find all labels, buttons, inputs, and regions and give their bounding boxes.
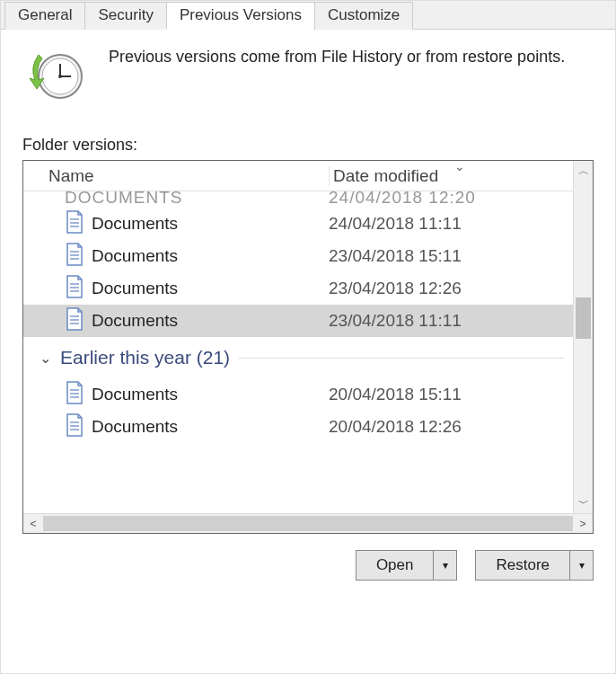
scroll-thumb[interactable] — [43, 516, 573, 531]
list-item-name: Documents — [92, 385, 329, 404]
scroll-right-arrow-icon[interactable]: > — [573, 514, 593, 533]
document-icon — [65, 413, 92, 441]
tab-general[interactable]: General — [4, 2, 85, 30]
versions-list: Name Date modified ⌄ Documents 24/04/201… — [22, 160, 594, 534]
restore-button-label[interactable]: Restore — [476, 551, 569, 580]
list-item[interactable]: Documents 20/04/2018 15:11 — [23, 378, 573, 411]
column-header-date[interactable]: Date modified — [329, 166, 573, 186]
list-item-date: 24/04/2018 11:11 — [329, 214, 462, 234]
column-header-name[interactable]: Name — [23, 166, 329, 186]
restore-button[interactable]: Restore ▾ — [475, 550, 594, 581]
scroll-left-arrow-icon[interactable]: < — [23, 514, 43, 533]
list-item-name: Documents — [92, 417, 329, 437]
list-item[interactable]: Documents 23/04/2018 12:26 — [23, 272, 573, 305]
list-row-cutoff[interactable]: Documents 24/04/2018 12:20 — [23, 191, 573, 208]
info-banner: Previous versions come from File History… — [1, 30, 615, 112]
scroll-thumb[interactable] — [576, 297, 591, 339]
horizontal-scrollbar[interactable]: < > — [23, 513, 593, 533]
group-label: Earlier this year (21) — [60, 347, 230, 368]
open-button-label[interactable]: Open — [356, 551, 434, 580]
list-item-name: Documents — [65, 191, 329, 208]
scroll-up-arrow-icon[interactable]: ︿ — [574, 161, 593, 181]
action-buttons: Open ▾ Restore ▾ — [1, 534, 615, 581]
restore-dropdown-arrow-icon[interactable]: ▾ — [569, 551, 593, 580]
list-item-date: 20/04/2018 12:26 — [329, 417, 462, 437]
list-item-date: 24/04/2018 12:20 — [329, 191, 476, 208]
column-sort-chevron-icon: ⌄ — [454, 161, 465, 173]
info-text: Previous versions come from File History… — [109, 46, 565, 67]
svg-point-4 — [58, 75, 62, 78]
tab-security[interactable]: Security — [84, 2, 166, 30]
list-item-name: Documents — [92, 214, 329, 234]
document-icon — [65, 210, 92, 238]
group-header-earlier-this-year[interactable]: ⌄ Earlier this year (21) — [23, 337, 573, 378]
list-item-name: Documents — [92, 246, 329, 266]
list-item-date: 23/04/2018 11:11 — [329, 311, 462, 331]
restore-clock-icon — [26, 46, 84, 103]
list-item[interactable]: Documents 20/04/2018 12:26 — [23, 411, 573, 443]
list-item-name: Documents — [92, 311, 329, 331]
column-headers: Name Date modified ⌄ — [23, 161, 573, 191]
open-button[interactable]: Open ▾ — [356, 550, 458, 581]
vertical-scrollbar[interactable]: ︿ ﹀ — [573, 161, 593, 513]
list-item-date: 20/04/2018 15:11 — [329, 385, 462, 404]
list-item-date: 23/04/2018 12:26 — [329, 279, 462, 298]
document-icon — [65, 243, 92, 270]
scroll-down-arrow-icon[interactable]: ﹀ — [574, 493, 593, 513]
scroll-track[interactable] — [574, 181, 593, 493]
section-label-folder-versions: Folder versions: — [22, 136, 615, 155]
document-icon — [65, 307, 92, 335]
tab-bar: General Security Previous Versions Custo… — [1, 1, 615, 30]
list-item-name: Documents — [92, 279, 329, 298]
chevron-down-icon: ⌄ — [40, 350, 51, 367]
tab-previous-versions[interactable]: Previous Versions — [166, 2, 315, 30]
list-item-date: 23/04/2018 15:11 — [329, 246, 462, 266]
document-icon — [65, 275, 92, 303]
list-item[interactable]: Documents 23/04/2018 11:11 — [23, 305, 573, 337]
document-icon — [65, 381, 92, 409]
open-dropdown-arrow-icon[interactable]: ▾ — [433, 551, 456, 580]
list-item[interactable]: Documents 23/04/2018 15:11 — [23, 240, 573, 272]
list-item[interactable]: Documents 24/04/2018 11:11 — [23, 208, 573, 240]
tab-customize[interactable]: Customize — [314, 2, 413, 30]
scroll-track[interactable] — [43, 516, 573, 531]
group-divider — [239, 358, 564, 359]
